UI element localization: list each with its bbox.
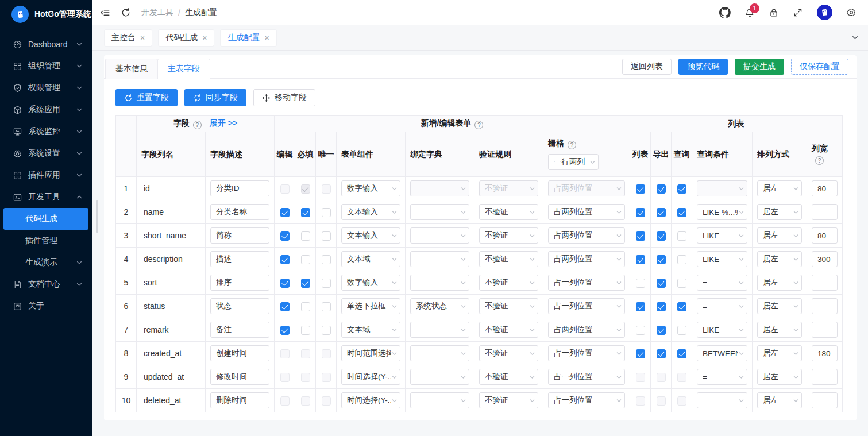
app-logo[interactable]: HotGo管理系统 [0,0,92,29]
close-icon[interactable]: × [264,34,269,42]
query_cond-select[interactable]: BETWEEN [697,345,747,361]
sidebar-item[interactable]: 组织管理 [3,55,88,77]
list-checkbox[interactable] [636,279,645,288]
field-desc-input[interactable] [210,251,269,267]
unique-checkbox[interactable] [322,302,331,311]
field-desc-input[interactable] [210,275,269,291]
scrollbar-thumb[interactable] [96,200,98,233]
lock-screen-icon[interactable] [769,7,779,18]
route-tab[interactable]: 代码生成× [158,29,214,47]
column-width-input[interactable] [812,251,838,267]
unique-checkbox[interactable] [322,208,331,217]
breadcrumb-current[interactable]: 生成配置 [185,7,217,18]
align-select[interactable]: 居左 [757,275,802,291]
query_cond-select[interactable]: = [697,275,747,291]
export-checkbox[interactable] [657,208,666,217]
export-checkbox[interactable] [657,279,666,288]
export-checkbox[interactable] [657,302,666,311]
column-width-input[interactable] [812,322,838,338]
align-select[interactable]: 居左 [757,204,802,220]
validation-select[interactable]: 不验证 [479,275,538,291]
card-tab[interactable]: 主表字段 [157,59,210,79]
column-width-input[interactable] [812,345,838,361]
query-checkbox[interactable] [677,302,686,311]
sidebar-item[interactable]: 开发工具 [3,186,88,208]
align-select[interactable]: 居左 [757,345,802,361]
required-checkbox[interactable] [301,208,310,217]
query-checkbox[interactable] [677,255,686,264]
align-select[interactable]: 居左 [757,369,802,385]
validation-select[interactable]: 不验证 [479,369,538,385]
required-checkbox[interactable] [301,279,310,288]
component-select[interactable]: 文本域 [341,322,400,338]
query-checkbox[interactable] [677,373,686,382]
edit-checkbox[interactable] [280,302,290,311]
help-icon[interactable]: ? [568,141,576,149]
sidebar-item[interactable]: 系统设置 [3,142,88,164]
list-checkbox[interactable] [636,231,645,241]
unique-checkbox[interactable] [322,326,331,335]
route-tab[interactable]: 生成配置× [220,29,276,47]
column-width-input[interactable] [812,180,838,196]
unique-checkbox[interactable] [322,255,331,264]
back-button[interactable]: 返回列表 [622,59,672,75]
align-select[interactable]: 居左 [757,322,802,338]
export-checkbox[interactable] [657,326,666,335]
expand-link[interactable]: 展开 >> [210,118,237,128]
align-select[interactable]: 居左 [757,180,802,196]
settings-gear-icon[interactable] [846,7,857,18]
required-checkbox[interactable] [301,184,310,194]
edit-checkbox[interactable] [280,326,290,335]
query_cond-select[interactable]: = [697,180,747,196]
query-checkbox[interactable] [677,184,686,194]
sidebar-item[interactable]: 文档中心 [3,273,88,295]
move-field-button[interactable]: 移动字段 [253,89,315,106]
notifications-button[interactable]: 1 [744,7,755,18]
align-select[interactable]: 居左 [757,298,802,314]
query_cond-select[interactable]: = [697,369,747,385]
edit-checkbox[interactable] [280,373,290,382]
field-desc-input[interactable] [210,392,269,408]
list-checkbox[interactable] [636,373,645,382]
edit-checkbox[interactable] [280,231,290,241]
align-select[interactable]: 居左 [757,227,802,244]
query_cond-select[interactable]: LIKE [697,227,747,244]
grid-select[interactable]: 占两列位置 [548,251,625,267]
grid-select[interactable]: 占两列位置 [548,322,625,338]
list-checkbox[interactable] [636,255,645,264]
card-tab[interactable]: 基本信息 [105,59,157,79]
component-select[interactable]: 数字输入 [341,275,400,291]
list-checkbox[interactable] [636,184,645,194]
help-icon[interactable]: ? [815,156,824,165]
query_cond-select[interactable]: = [697,392,747,408]
sidebar-item[interactable]: 代码生成 [3,208,88,230]
grid-select[interactable]: 占一列位置 [548,298,625,314]
export-checkbox[interactable] [657,231,666,241]
field-desc-input[interactable] [210,369,269,385]
sidebar-item[interactable]: 插件应用 [3,164,88,186]
list-checkbox[interactable] [636,208,645,217]
column-width-input[interactable] [812,369,838,385]
column-width-input[interactable] [812,204,838,220]
query-checkbox[interactable] [677,279,686,288]
validation-select[interactable]: 不验证 [479,204,538,220]
validation-select[interactable]: 不验证 [479,322,538,338]
required-checkbox[interactable] [301,349,310,358]
grid-select[interactable]: 占一列位置 [548,392,625,408]
required-checkbox[interactable] [301,373,310,382]
grid-select[interactable]: 占一列位置 [548,369,625,385]
field-desc-input[interactable] [210,322,269,338]
grid-select[interactable]: 占一列位置 [548,345,625,361]
field-desc-input[interactable] [210,227,269,244]
query-checkbox[interactable] [677,396,686,406]
sidebar-item[interactable]: 生成演示 [3,252,88,273]
grid-select[interactable]: 占两列位置 [548,204,625,220]
component-select[interactable]: 时间选择(Y-... [341,392,400,408]
query-checkbox[interactable] [677,231,686,241]
column-width-input[interactable] [812,392,838,408]
sidebar-item[interactable]: 系统监控 [3,121,88,142]
fullscreen-icon[interactable] [793,7,803,18]
unique-checkbox[interactable] [322,396,331,406]
dict-select[interactable] [410,345,469,361]
edit-checkbox[interactable] [280,255,290,264]
